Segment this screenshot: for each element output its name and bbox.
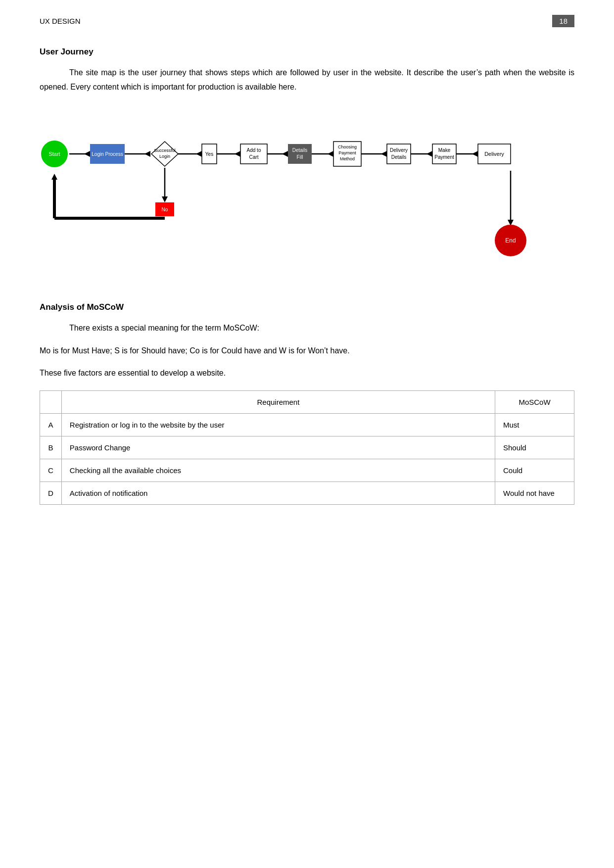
table-body: A Registration or log in to the website … — [40, 413, 574, 504]
table-cell-moscow: Must — [495, 413, 574, 436]
node-delivery-label: Delivery — [484, 151, 504, 157]
analysis-note: These five factors are essential to deve… — [40, 366, 574, 381]
analysis-intro: There exists a special meaning for the t… — [40, 321, 574, 336]
table-cell-moscow: Should — [495, 436, 574, 459]
table-header-row: Requirement MoSCoW — [40, 390, 574, 413]
moscow-table: Requirement MoSCoW A Registration or log… — [40, 390, 574, 505]
analysis-title: Analysis of MoSCoW — [40, 302, 574, 312]
user-journey-title: User Journey — [40, 47, 574, 57]
table-row: B Password Change Should — [40, 436, 574, 459]
table-col-moscow: MoSCoW — [495, 390, 574, 413]
user-journey-paragraph: The site map is the user journey that sh… — [40, 66, 574, 95]
table-cell-requirement: Registration or log in to the website by… — [61, 413, 495, 436]
node-addtocart-label2: Cart — [249, 154, 259, 160]
node-details-label1: Details — [292, 147, 308, 153]
node-login-label: Login Process — [92, 151, 123, 157]
page-number: 18 — [552, 15, 574, 27]
table-cell-requirement: Checking all the available choices — [61, 459, 495, 482]
table-cell-moscow: Would not have — [495, 482, 574, 504]
flow-diagram: Start Login Process Successful Login Yes… — [40, 114, 574, 273]
table-row: D Activation of notification Would not h… — [40, 482, 574, 504]
node-makepayment-rect — [432, 144, 456, 164]
table-row: A Registration or log in to the website … — [40, 413, 574, 436]
table-cell-moscow: Could — [495, 459, 574, 482]
node-makepayment-label1: Make — [438, 147, 451, 153]
node-diamond-label2: Login — [159, 154, 170, 159]
table-cell-requirement: Password Change — [61, 436, 495, 459]
node-end-label: End — [505, 237, 516, 244]
table-cell-id: B — [40, 436, 62, 459]
node-start-label: Start — [48, 151, 60, 157]
document-title: UX DESIGN — [40, 17, 81, 25]
node-choosing-label3: Method — [340, 156, 355, 161]
node-no-label: No — [162, 207, 168, 212]
node-makepayment-label2: Payment — [434, 154, 454, 160]
node-details-label2: Fill — [297, 154, 303, 160]
node-deliverydetails-rect — [387, 144, 411, 164]
analysis-section: Analysis of MoSCoW There exists a specia… — [40, 302, 574, 505]
table-col-requirement: Requirement — [61, 390, 495, 413]
table-col-id — [40, 390, 62, 413]
node-deliverydetails-label2: Details — [391, 154, 407, 160]
node-choosing-label1: Choosing — [338, 145, 357, 149]
node-choosing-label2: Payment — [338, 150, 356, 155]
table-cell-id: D — [40, 482, 62, 504]
table-cell-id: C — [40, 459, 62, 482]
node-yes-label: Yes — [205, 151, 213, 157]
flow-svg: Start Login Process Successful Login Yes… — [40, 114, 574, 273]
node-deliverydetails-label1: Delivery — [390, 147, 408, 153]
analysis-explanation: Mo is for Must Have; S is for Should hav… — [40, 344, 574, 358]
node-diamond-label1: Successful — [154, 148, 176, 153]
arrow-left-up — [51, 174, 57, 180]
node-addtocart-rect — [240, 144, 267, 164]
node-addtocart-label1: Add to — [247, 147, 261, 153]
table-cell-requirement: Activation of notification — [61, 482, 495, 504]
node-details-rect — [288, 144, 312, 164]
page-header: UX DESIGN 18 — [40, 15, 574, 27]
arrow-diamond-no — [162, 196, 168, 202]
user-journey-section: User Journey The site map is the user jo… — [40, 47, 574, 95]
table-row: C Checking all the available choices Cou… — [40, 459, 574, 482]
table-cell-id: A — [40, 413, 62, 436]
page: UX DESIGN 18 User Journey The site map i… — [0, 0, 614, 868]
